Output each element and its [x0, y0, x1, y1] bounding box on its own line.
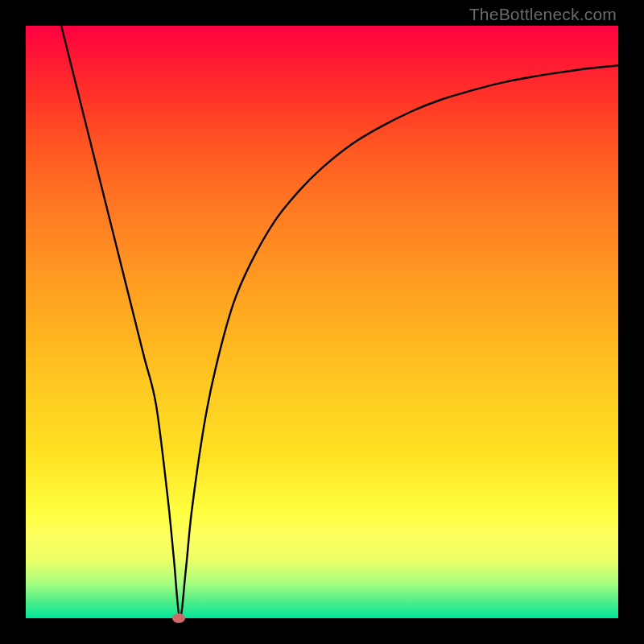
watermark-text: TheBottleneck.com — [469, 5, 617, 24]
chart-frame: TheBottleneck.com — [0, 0, 644, 644]
bottleneck-curve — [26, 26, 618, 618]
plot-area — [26, 26, 618, 618]
optimal-point-marker — [172, 613, 185, 623]
